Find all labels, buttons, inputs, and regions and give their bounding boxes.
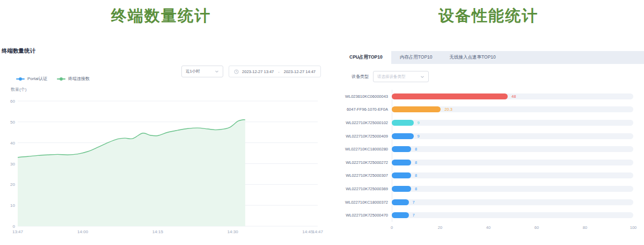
- y-tick-label: 50: [10, 120, 15, 125]
- bar-track-zone: 48: [392, 93, 633, 99]
- bar-track: [392, 172, 633, 178]
- bar-category-label: WL022710K725000307: [341, 173, 392, 178]
- left-section-title: 终端数量统计: [0, 5, 322, 27]
- tab-active[interactable]: CPU占用TOP10: [341, 51, 391, 64]
- legend-marker-icon: [16, 78, 25, 80]
- legend-item[interactable]: Portal认证: [16, 76, 47, 82]
- bar-track: [392, 133, 633, 139]
- bar-value-label: 8: [415, 147, 417, 152]
- device-type-select[interactable]: 请选择设备类型: [373, 71, 429, 82]
- bar-value-label: 20.3: [444, 107, 452, 112]
- legend-dot-icon: [60, 77, 63, 81]
- bar-category-label: WL022710K725000102: [341, 120, 392, 125]
- bar[interactable]: [392, 133, 414, 139]
- chart-toolbar: 近1小时 2023-12-27 13:47 - 2023-12-27 14:47: [181, 66, 321, 77]
- bar-row: WL022710K7250002728: [341, 156, 644, 169]
- date-range-end: 2023-12-27 14:47: [284, 69, 316, 74]
- x-tick-label: 14:47: [312, 229, 324, 234]
- tab-inactive[interactable]: 无线接入点速率TOP10: [441, 51, 504, 64]
- terminal-count-card: 终端数量统计 近1小时 2023-12-27 13:47 - 2023-12-2…: [0, 46, 322, 245]
- dashboard: 终端数量统计 设备性能统计 终端数量统计 近1小时 2023-12-27 13:…: [0, 0, 644, 245]
- x-tick-label: 14:15: [152, 229, 164, 234]
- bar-value-label: 9: [418, 134, 420, 139]
- bar-category-label: WL023610KC06000043: [341, 94, 392, 99]
- bar-x-axis: 020406080100: [341, 225, 644, 232]
- bar-value-label: 8: [415, 173, 417, 178]
- bar[interactable]: [392, 186, 411, 192]
- bar-row: WL022710K7250003078: [341, 169, 644, 183]
- bar-track-zone: 9: [392, 133, 633, 139]
- bar-row: WL022710K7250003698: [341, 182, 644, 196]
- bar[interactable]: [392, 146, 411, 152]
- right-section-title: 设备性能统计: [333, 5, 644, 27]
- chevron-down-icon: [215, 69, 219, 74]
- bar-track: [392, 199, 633, 205]
- x-tick-label: 0: [391, 225, 393, 230]
- date-range-picker[interactable]: 2023-12-27 13:47 - 2023-12-27 14:47: [229, 66, 321, 77]
- bar-category-label: WL022710K725000470: [341, 213, 392, 218]
- bar[interactable]: [392, 106, 441, 112]
- bar-value-label: 7: [413, 200, 415, 205]
- bar-value-label: 48: [511, 94, 516, 99]
- y-axis-title: 数量(个): [11, 87, 27, 92]
- bar-category-label: WL022710K725000272: [341, 160, 392, 165]
- legend-label: 终端连接数: [68, 76, 90, 82]
- bar-track-zone: 8: [392, 186, 633, 192]
- device-performance-card: CPU占用TOP10内存占用TOP10无线接入点速率TOP10 设备类型 请选择…: [341, 51, 644, 245]
- area-fill: [18, 120, 245, 226]
- bar-row: 6047-FF96-1070-EF0A20.3: [341, 103, 644, 117]
- bar-track-zone: 9: [392, 120, 633, 126]
- bar-category-label: 6047-FF96-1070-EF0A: [341, 107, 392, 112]
- bar[interactable]: [392, 199, 409, 205]
- device-type-placeholder: 请选择设备类型: [377, 74, 406, 80]
- cpu-top10-chart[interactable]: WL023610KC06000043486047-FF96-1070-EF0A2…: [341, 90, 644, 232]
- time-range-select[interactable]: 近1小时: [181, 66, 223, 77]
- bar[interactable]: [392, 212, 409, 218]
- legend-dot-icon: [19, 77, 22, 81]
- bar[interactable]: [392, 93, 508, 99]
- bar-track: [392, 160, 633, 165]
- bar-row: WL022710KC180002808: [341, 142, 644, 156]
- bar-track: [392, 120, 633, 126]
- y-tick-label: 40: [10, 141, 15, 146]
- x-tick-label: 60: [535, 225, 539, 230]
- bar-track-zone: 8: [392, 146, 633, 152]
- tab-inactive[interactable]: 内存占用TOP10: [391, 51, 441, 64]
- x-tick-label: 80: [583, 225, 587, 230]
- date-range-separator: -: [277, 69, 281, 74]
- bar-track: [392, 186, 633, 192]
- bar-value-label: 8: [415, 160, 417, 165]
- bar-track-zone: 8: [392, 160, 633, 165]
- x-tick-label: 14:45: [302, 229, 313, 234]
- legend-marker-icon: [57, 78, 65, 80]
- x-tick-label: 100: [630, 225, 637, 230]
- performance-tabs: CPU占用TOP10内存占用TOP10无线接入点速率TOP10: [341, 51, 644, 64]
- bar-row: WL023610KC0600004348: [341, 90, 644, 103]
- clock-icon: [234, 69, 239, 74]
- date-range-start: 2023-12-27 13:47: [242, 69, 274, 74]
- bar-track-zone: 7: [392, 199, 633, 205]
- bar-row: WL022710K7250004099: [341, 129, 644, 143]
- terminal-count-chart[interactable]: 数量(个)010203040506013:4714:0014:1514:3014…: [0, 84, 322, 237]
- bar-value-label: 8: [415, 186, 417, 191]
- chevron-down-icon: [420, 75, 425, 79]
- x-tick-label: 40: [486, 225, 491, 230]
- bar-track-zone: 8: [392, 172, 633, 178]
- device-type-filter: 设备类型 请选择设备类型: [352, 71, 429, 82]
- bar-row: WL022710KC180003727: [341, 196, 644, 209]
- y-tick-label: 20: [10, 182, 15, 187]
- bar-value-label: 7: [413, 213, 415, 218]
- legend-label: Portal认证: [27, 76, 47, 82]
- bar[interactable]: [392, 172, 411, 178]
- bar[interactable]: [392, 160, 411, 165]
- x-tick-label: 14:00: [77, 229, 89, 234]
- legend-item[interactable]: 终端连接数: [57, 76, 90, 82]
- y-tick-label: 60: [10, 99, 15, 104]
- device-type-label: 设备类型: [352, 74, 369, 80]
- bar-value-label: 9: [418, 120, 420, 125]
- y-tick-label: 10: [10, 203, 15, 208]
- bar[interactable]: [392, 120, 414, 126]
- time-range-value: 近1小时: [186, 69, 200, 74]
- y-tick-label: 0: [13, 224, 16, 229]
- bar-category-label: WL022710K725000409: [341, 134, 392, 139]
